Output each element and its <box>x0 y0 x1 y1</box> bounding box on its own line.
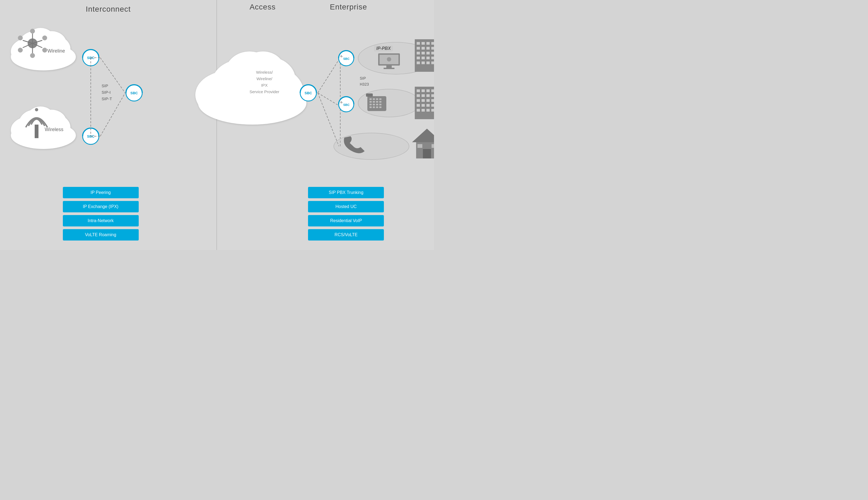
svg-rect-92 <box>370 104 372 105</box>
svg-rect-124 <box>423 149 431 158</box>
sbc-badge-center-left: SBC <box>125 83 144 103</box>
main-container: Interconnect <box>0 0 434 250</box>
building-top-icon <box>414 38 434 73</box>
svg-point-8 <box>42 35 47 41</box>
svg-rect-68 <box>421 47 425 49</box>
svg-text:SBC: SBC <box>343 103 349 106</box>
svg-rect-120 <box>426 109 430 112</box>
svg-rect-73 <box>426 52 430 55</box>
svg-rect-80 <box>421 61 425 64</box>
intra-network-btn[interactable]: Intra-Network <box>63 215 139 226</box>
svg-point-26 <box>35 108 38 111</box>
svg-rect-89 <box>373 101 375 103</box>
svg-marker-122 <box>412 129 434 142</box>
ippbx-label: IP-PBX <box>376 46 391 50</box>
esbc-badge-middle: E- SBC <box>336 96 357 113</box>
wireless-label: Wireless <box>45 126 64 133</box>
svg-rect-125 <box>417 144 422 148</box>
svg-rect-113 <box>431 99 434 102</box>
svg-rect-74 <box>431 52 434 55</box>
svg-rect-67 <box>417 47 420 49</box>
svg-rect-88 <box>370 101 372 103</box>
svg-rect-107 <box>421 94 425 97</box>
ip-exchange-btn[interactable]: IP Exchange (IPX) <box>63 201 139 212</box>
svg-rect-75 <box>417 57 420 59</box>
svg-rect-111 <box>421 99 425 102</box>
svg-rect-66 <box>431 42 434 45</box>
svg-rect-93 <box>373 104 375 105</box>
svg-rect-78 <box>431 57 434 59</box>
wireless-tower-icon <box>20 106 53 141</box>
svg-line-47 <box>318 60 339 93</box>
svg-rect-77 <box>426 57 430 59</box>
svg-point-11 <box>18 48 23 53</box>
svg-rect-104 <box>426 89 430 92</box>
svg-point-9 <box>42 48 47 53</box>
svg-rect-112 <box>426 99 430 102</box>
svg-text:SBC: SBC <box>130 91 138 95</box>
sbc-badge-center-right: SBC <box>299 83 318 103</box>
svg-rect-117 <box>431 104 434 107</box>
sip-pbx-trunking-btn[interactable]: SIP PBX Trunking <box>308 187 384 198</box>
svg-point-10 <box>30 53 35 58</box>
sbc-badge-wireline: SBC <box>81 48 100 68</box>
svg-rect-105 <box>431 89 434 92</box>
svg-rect-81 <box>426 61 430 64</box>
svg-rect-71 <box>417 52 420 55</box>
svg-rect-69 <box>426 47 430 49</box>
residential-voip-btn[interactable]: Residential VoIP <box>308 215 384 226</box>
svg-rect-118 <box>417 109 420 112</box>
ip-peering-btn[interactable]: IP Peering <box>63 187 139 198</box>
svg-rect-102 <box>417 89 420 92</box>
house-icon <box>411 127 434 160</box>
svg-rect-72 <box>421 52 425 55</box>
svg-rect-100 <box>366 93 373 97</box>
esbc-badge-top: E- SBC <box>336 50 357 67</box>
svg-point-12 <box>18 35 23 41</box>
right-buttons: SIP PBX Trunking Hosted UC Residential V… <box>308 187 384 243</box>
svg-rect-110 <box>417 99 420 102</box>
svg-rect-121 <box>431 109 434 112</box>
volte-roaming-btn[interactable]: VoLTE Roaming <box>63 229 139 240</box>
svg-rect-64 <box>421 42 425 45</box>
svg-rect-76 <box>421 57 425 59</box>
building-middle-icon <box>414 85 434 121</box>
left-panel: Interconnect <box>0 0 217 250</box>
svg-rect-108 <box>426 94 430 97</box>
svg-rect-115 <box>421 104 425 107</box>
svg-text:SBC: SBC <box>87 134 94 138</box>
svg-rect-87 <box>379 98 381 100</box>
svg-rect-114 <box>417 104 420 107</box>
cloud-label: Wireless/Wireline/IPXService Provider <box>249 70 279 94</box>
svg-point-7 <box>30 29 35 34</box>
access-title: Access <box>249 0 275 11</box>
ippbx-device-icon <box>377 52 401 71</box>
enterprise-title: Enterprise <box>330 0 367 11</box>
rcs-volte-btn[interactable]: RCS/VoLTE <box>308 229 384 240</box>
wireline-network-icon <box>15 26 50 61</box>
svg-rect-103 <box>421 89 425 92</box>
wireline-label: Wireline <box>47 47 65 55</box>
svg-text:SBC: SBC <box>305 91 312 95</box>
svg-rect-91 <box>379 101 381 103</box>
sip-h323-label: SIPH323 <box>360 76 369 87</box>
hosted-uc-btn[interactable]: Hosted UC <box>308 201 384 212</box>
svg-rect-106 <box>417 94 420 97</box>
svg-line-48 <box>318 93 339 106</box>
interconnect-title: Interconnect <box>86 2 131 13</box>
deskphone-icon <box>365 91 389 115</box>
svg-text:E-: E- <box>340 55 343 58</box>
svg-line-49 <box>318 93 339 146</box>
svg-rect-98 <box>376 106 378 108</box>
svg-rect-109 <box>431 94 434 97</box>
svg-point-61 <box>387 57 391 61</box>
sip-label: SIPSIP-ISIP-T <box>102 83 112 102</box>
svg-rect-60 <box>384 68 394 69</box>
svg-rect-70 <box>431 47 434 49</box>
svg-rect-65 <box>426 42 430 45</box>
svg-rect-25 <box>35 125 38 138</box>
svg-rect-82 <box>431 61 434 64</box>
right-panel: Access Enterprise Wireless/Wireline/IPXS… <box>217 0 434 250</box>
svg-rect-116 <box>426 104 430 107</box>
svg-rect-99 <box>379 106 381 108</box>
